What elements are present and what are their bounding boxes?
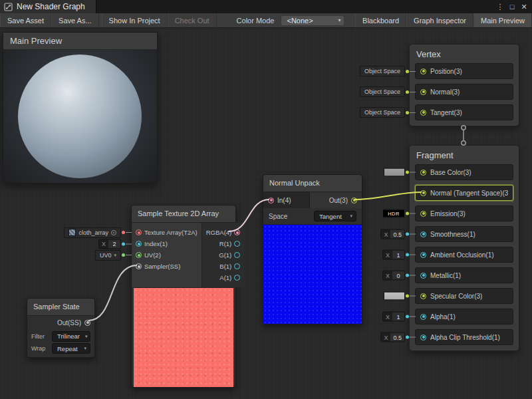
shader-graph-tab[interactable]: New Shader Graph xyxy=(0,0,96,13)
fragment-port-emission[interactable]: Emission(3) HDR xyxy=(415,205,513,221)
kebab-menu-icon[interactable]: ⋮ xyxy=(495,3,505,11)
fragment-port-base-color[interactable]: Base Color(3) xyxy=(415,164,513,180)
port-in[interactable]: In(4) xyxy=(263,192,310,208)
port-dot[interactable] xyxy=(420,334,426,340)
main-preview-button[interactable]: Main Preview xyxy=(473,13,532,27)
port-dot[interactable] xyxy=(268,198,274,203)
title-bar: New Shader Graph ⋮ □ ✕ xyxy=(0,0,532,13)
vertex-port-position[interactable]: Position(3) Object Space xyxy=(415,63,513,79)
input-ports: Texture Array(T2A) cloth_array Index(1) xyxy=(132,223,202,287)
fragment-port-alpha-clip-threshold[interactable]: Alpha Clip Threshold(1) X0.5 xyxy=(415,329,513,345)
vertex-node[interactable]: Vertex Position(3) Object Space Normal(3… xyxy=(409,44,519,126)
position-space-dropdown[interactable]: Object Space xyxy=(360,66,416,76)
port-out-ss[interactable]: Out(SS) xyxy=(27,316,94,329)
port-a[interactable]: A(1) xyxy=(202,272,245,283)
alpha-clip-threshold-field[interactable]: X0.5 xyxy=(380,332,416,342)
graph-inspector-button[interactable]: Graph Inspector xyxy=(406,13,473,27)
port-out[interactable]: Out(3) xyxy=(310,192,362,208)
index-field[interactable]: X2 xyxy=(98,239,132,249)
tangent-space-dropdown[interactable]: Object Space xyxy=(360,107,416,118)
alpha-field[interactable]: X1 xyxy=(382,312,416,322)
port-dot[interactable] xyxy=(420,170,426,176)
port-dot[interactable] xyxy=(234,229,240,235)
port-r[interactable]: R(1) xyxy=(202,238,245,249)
filter-label: Filter xyxy=(31,333,48,340)
port-b[interactable]: B(1) xyxy=(202,261,245,272)
port-dot[interactable] xyxy=(136,263,142,269)
metallic-field[interactable]: X0 xyxy=(382,271,416,281)
uv-channel-dropdown[interactable]: UV0▾ xyxy=(95,250,132,261)
normal-space-dropdown[interactable]: Object Space xyxy=(360,86,416,97)
normal-map-preview xyxy=(263,224,362,324)
port-dot[interactable] xyxy=(234,252,240,258)
port-dot[interactable] xyxy=(420,190,426,196)
chevron-down-icon: ▾ xyxy=(114,253,116,258)
port-texture-array[interactable]: Texture Array(T2A) cloth_array xyxy=(132,227,201,238)
save-asset-button[interactable]: Save Asset xyxy=(0,13,51,27)
texture-array-object-field[interactable]: cloth_array xyxy=(64,227,132,238)
port-dot[interactable] xyxy=(84,320,90,326)
smoothness-field[interactable]: X0.5 xyxy=(380,229,416,239)
port-dot[interactable] xyxy=(234,241,240,247)
specular-color-swatch[interactable] xyxy=(384,292,416,301)
port-dot[interactable] xyxy=(420,211,426,217)
port-dot[interactable] xyxy=(234,263,240,269)
close-icon[interactable]: ✕ xyxy=(519,3,529,11)
sampler-state-node[interactable]: Sampler State Out(SS) Filter Trilinear ▾… xyxy=(27,298,95,358)
port-dot[interactable] xyxy=(136,252,142,258)
fragment-port-smoothness[interactable]: Smoothness(1) X0.5 xyxy=(415,226,513,242)
space-label: Space xyxy=(269,213,287,220)
edge-samplerstate-to-sampler[interactable] xyxy=(88,265,137,321)
fragment-port-alpha[interactable]: Alpha(1) X1 xyxy=(415,309,513,325)
space-dropdown[interactable]: Tangent ▾ xyxy=(314,211,356,221)
filter-dropdown[interactable]: Trilinear ▾ xyxy=(52,331,90,342)
maximize-icon[interactable]: □ xyxy=(507,3,517,11)
port-dot[interactable] xyxy=(420,110,426,116)
port-sampler[interactable]: Sampler(SS) xyxy=(132,261,201,272)
port-index[interactable]: Index(1) X2 xyxy=(132,238,201,249)
save-as-button[interactable]: Save As... xyxy=(51,13,99,27)
blackboard-button[interactable]: Blackboard xyxy=(355,13,406,27)
texture-icon xyxy=(68,229,76,236)
graph-canvas[interactable]: Main Preview Vertex Position(3) Object S… xyxy=(0,28,532,399)
port-dot[interactable] xyxy=(136,229,142,235)
port-dot[interactable] xyxy=(351,198,357,203)
wrap-dropdown[interactable]: Repeat ▾ xyxy=(52,343,90,354)
show-in-project-button[interactable]: Show In Project xyxy=(102,13,168,27)
main-preview-title[interactable]: Main Preview xyxy=(3,33,157,50)
vertex-port-normal[interactable]: Normal(3) Object Space xyxy=(415,84,513,100)
fragment-port-metallic[interactable]: Metallic(1) X0 xyxy=(415,267,513,283)
port-dot[interactable] xyxy=(420,293,426,299)
main-preview-body xyxy=(3,50,157,183)
sample-texture-2d-array-node[interactable]: Sample Texture 2D Array Texture Array(T2… xyxy=(131,205,236,388)
port-dot[interactable] xyxy=(234,275,240,281)
color-mode-dropdown[interactable]: <None> ▾ xyxy=(281,15,344,26)
base-color-swatch[interactable] xyxy=(384,168,416,177)
vertex-fragment-link xyxy=(462,126,466,145)
port-rgba[interactable]: RGBA(4) xyxy=(202,227,245,238)
port-dot[interactable] xyxy=(420,89,426,95)
port-dot[interactable] xyxy=(420,252,426,258)
port-g[interactable]: G(1) xyxy=(202,249,245,261)
port-dot[interactable] xyxy=(420,273,426,279)
port-dot[interactable] xyxy=(136,241,142,247)
fragment-node[interactable]: Fragment Base Color(3) Normal (Tangent S… xyxy=(409,145,519,351)
port-dot[interactable] xyxy=(420,68,426,74)
fragment-port-ambient-occlusion[interactable]: Ambient Occlusion(1) X1 xyxy=(415,247,513,263)
normal-unpack-node[interactable]: Normal Unpack In(4) Out(3) Space Tangent… xyxy=(263,174,362,325)
emission-hdr-swatch[interactable]: HDR xyxy=(382,209,416,218)
vertex-port-tangent[interactable]: Tangent(3) Object Space xyxy=(415,104,513,120)
ambient-occlusion-field[interactable]: X1 xyxy=(382,250,416,260)
main-preview-panel[interactable]: Main Preview xyxy=(3,32,158,184)
color-swatch[interactable] xyxy=(384,292,405,301)
fragment-port-specular-color[interactable]: Specular Color(3) xyxy=(415,288,513,304)
color-swatch[interactable] xyxy=(384,168,405,177)
object-picker-icon[interactable] xyxy=(111,230,116,235)
chevron-down-icon: ▾ xyxy=(85,334,88,339)
fragment-port-normal-tangent-space[interactable]: Normal (Tangent Space)(3) xyxy=(415,185,513,201)
port-dot[interactable] xyxy=(420,231,426,237)
hdr-color-swatch[interactable]: HDR xyxy=(382,209,405,218)
port-uv[interactable]: UV(2) UV0▾ xyxy=(132,249,201,261)
port-dot[interactable] xyxy=(420,314,426,320)
chevron-down-icon: ▾ xyxy=(350,213,352,219)
